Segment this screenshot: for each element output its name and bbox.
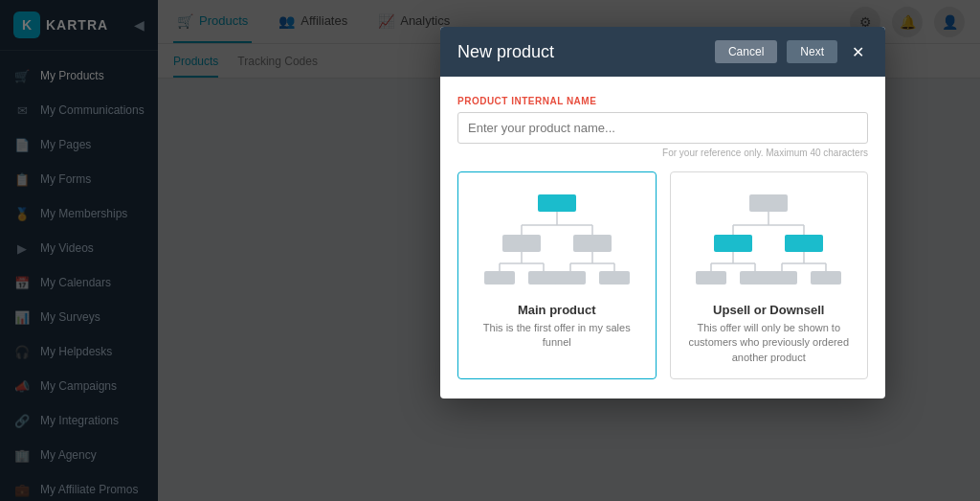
svg-rect-7 [502, 235, 541, 252]
upsell-downsell-desc: This offer will only be shown to custome… [682, 321, 857, 365]
modal-header: New product Cancel Next ✕ [440, 27, 885, 77]
main-product-desc: This is the first offer in my sales funn… [470, 321, 644, 351]
modal-title: New product [457, 42, 554, 62]
svg-rect-19 [555, 271, 586, 285]
svg-rect-20 [599, 271, 630, 285]
main-product-card[interactable]: Main product This is the first offer in … [457, 171, 657, 379]
upsell-downsell-diagram [682, 188, 857, 293]
next-button[interactable]: Next [787, 40, 837, 63]
new-product-modal: New product Cancel Next ✕ PRODUCT INTERN… [440, 27, 885, 399]
svg-rect-33 [696, 271, 726, 285]
modal-overlay: New product Cancel Next ✕ PRODUCT INTERN… [0, 0, 980, 501]
modal-body: PRODUCT INTERNAL NAME For your reference… [440, 77, 885, 399]
field-hint: For your reference only. Maximum 40 char… [457, 148, 868, 158]
svg-rect-8 [573, 235, 612, 252]
modal-header-actions: Cancel Next ✕ [715, 40, 868, 63]
svg-rect-38 [767, 271, 797, 285]
main-product-label: Main product [518, 303, 596, 317]
product-name-input[interactable] [457, 112, 868, 144]
svg-rect-14 [484, 271, 515, 285]
main-product-diagram [470, 188, 644, 293]
upsell-downsell-label: Upsell or Downsell [713, 303, 824, 317]
svg-rect-34 [740, 271, 770, 285]
app-container: K KARTRA ◀ 🛒 My Products ✉ My Communicat… [0, 0, 980, 501]
field-label: PRODUCT INTERNAL NAME [457, 96, 868, 106]
svg-rect-2 [538, 194, 576, 212]
svg-rect-15 [528, 271, 559, 285]
product-type-row: Main product This is the first offer in … [457, 171, 868, 379]
upsell-downsell-card[interactable]: Upsell or Downsell This offer will only … [670, 171, 869, 379]
svg-rect-26 [714, 235, 752, 252]
svg-rect-39 [811, 271, 841, 285]
svg-rect-27 [785, 235, 823, 252]
svg-rect-21 [749, 194, 788, 212]
close-icon[interactable]: ✕ [847, 41, 868, 62]
cancel-button[interactable]: Cancel [715, 40, 777, 63]
